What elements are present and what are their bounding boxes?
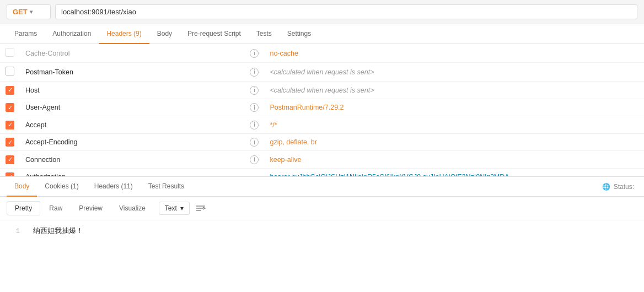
tab-headers[interactable]: Headers (9)	[99, 24, 149, 44]
header-key: Cache-Control	[25, 50, 70, 57]
format-tabs: Pretty Raw Preview Visualize Text ▾	[0, 197, 644, 220]
info-icon[interactable]: i	[250, 49, 259, 58]
table-row: Authorization bearer eyJhbGciOiJSUzI1NiI…	[0, 168, 644, 176]
header-value: keep-alive	[270, 156, 301, 164]
row-checkbox[interactable]	[6, 121, 14, 129]
line-number-1: 1	[9, 226, 20, 237]
text-type-select[interactable]: Text ▾	[159, 202, 190, 215]
tab-params[interactable]: Params	[7, 24, 45, 44]
text-type-chevron: ▾	[180, 204, 184, 212]
response-body-content: 1 纳西妲我抽爆！	[0, 220, 644, 243]
response-section: Body Cookies (1) Headers (11) Test Resul…	[0, 176, 644, 243]
request-tabs: Params Authorization Headers (9) Body Pr…	[0, 24, 644, 44]
fmt-tab-raw[interactable]: Raw	[41, 202, 70, 215]
info-icon[interactable]: i	[250, 121, 259, 129]
fmt-tab-visualize[interactable]: Visualize	[111, 202, 153, 215]
table-row: Cache-Control i no-cache	[0, 44, 644, 63]
tab-response-body[interactable]: Body	[7, 177, 37, 197]
info-icon[interactable]: i	[250, 155, 259, 164]
header-value: gzip, deflate, br	[270, 138, 316, 146]
row-checkbox[interactable]	[6, 48, 14, 57]
header-key: Authorization	[25, 173, 66, 176]
url-input[interactable]	[55, 4, 637, 19]
fmt-tab-preview[interactable]: Preview	[71, 202, 110, 215]
method-dropdown[interactable]: GET ▾	[7, 4, 51, 19]
header-key: Accept	[25, 121, 46, 129]
tab-body[interactable]: Body	[149, 24, 180, 44]
header-value: <calculated when request is sent>	[270, 86, 374, 94]
tab-tests[interactable]: Tests	[249, 24, 280, 44]
tab-response-headers[interactable]: Headers (11)	[87, 177, 141, 197]
response-line-1: 1 纳西妲我抽爆！	[9, 226, 635, 237]
info-icon[interactable]: i	[250, 103, 259, 112]
text-type-label: Text	[165, 204, 177, 212]
fmt-tab-pretty[interactable]: Pretty	[7, 201, 40, 215]
tab-settings[interactable]: Settings	[280, 24, 319, 44]
header-value: */*	[270, 121, 277, 129]
row-checkbox[interactable]	[6, 67, 14, 75]
row-checkbox[interactable]	[6, 155, 14, 164]
method-chevron: ▾	[30, 9, 33, 15]
header-key: Connection	[25, 156, 60, 164]
headers-scroll: Cache-Control i no-cache Postman-Token i…	[0, 44, 644, 176]
info-icon[interactable]: i	[250, 86, 259, 95]
line-content-1: 纳西妲我抽爆！	[33, 227, 83, 235]
status-label: Status:	[614, 183, 634, 191]
method-label: GET	[13, 8, 28, 16]
row-checkbox[interactable]	[6, 172, 14, 176]
table-row: Connection i keep-alive	[0, 151, 644, 169]
globe-icon: 🌐	[602, 183, 610, 191]
tab-prerequest[interactable]: Pre-request Script	[180, 24, 249, 44]
header-key: Host	[25, 86, 40, 94]
header-value: bearer eyJhbGciOiJSUzI1NiIsInR5cCI6IkpXV…	[270, 173, 509, 176]
wrap-icon[interactable]	[195, 204, 206, 213]
info-icon[interactable]: i	[250, 138, 259, 147]
header-value: PostmanRuntime/7.29.2	[270, 104, 344, 111]
header-value: <calculated when request is sent>	[270, 68, 374, 76]
row-checkbox[interactable]	[6, 138, 14, 147]
tab-response-testresults[interactable]: Test Results	[141, 177, 192, 197]
url-bar: GET ▾	[0, 0, 644, 24]
headers-table: Cache-Control i no-cache Postman-Token i…	[0, 44, 644, 176]
tab-authorization[interactable]: Authorization	[45, 24, 99, 44]
row-checkbox[interactable]	[6, 86, 14, 95]
tab-response-cookies[interactable]: Cookies (1)	[37, 177, 86, 197]
table-row: Host i <calculated when request is sent>	[0, 82, 644, 99]
response-tabs: Body Cookies (1) Headers (11) Test Resul…	[0, 177, 644, 197]
header-key: Postman-Token	[25, 68, 73, 76]
header-key: User-Agent	[25, 104, 60, 111]
header-key: Accept-Encoding	[25, 138, 78, 146]
table-row: Accept i */*	[0, 116, 644, 134]
row-checkbox[interactable]	[6, 103, 14, 112]
header-value: no-cache	[270, 50, 298, 57]
table-row: Postman-Token i <calculated when request…	[0, 63, 644, 82]
info-icon[interactable]: i	[250, 68, 259, 77]
table-row: User-Agent i PostmanRuntime/7.29.2	[0, 99, 644, 116]
table-row: Accept-Encoding i gzip, deflate, br	[0, 133, 644, 151]
